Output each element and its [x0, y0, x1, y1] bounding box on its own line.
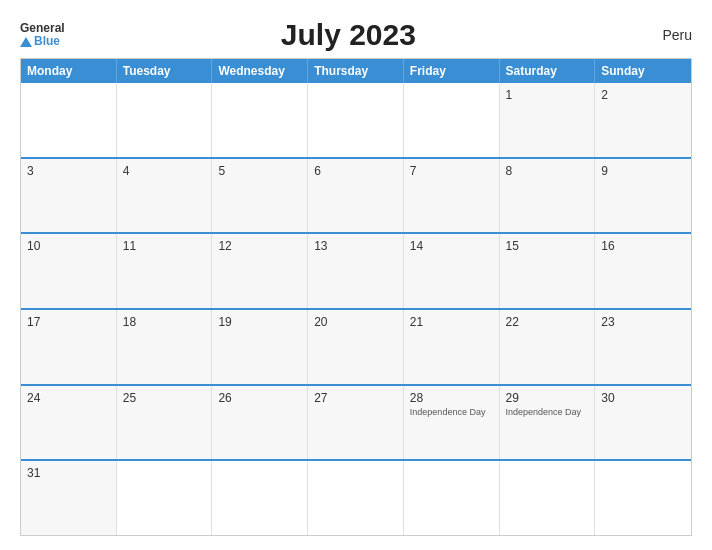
- cell-empty-1: [21, 83, 117, 157]
- cell-empty-r6-3: [212, 461, 308, 535]
- cell-july-31: 31: [21, 461, 117, 535]
- calendar-row-4: 17 18 19 20 21 22 23: [21, 308, 691, 384]
- event-july-28: Independence Day: [410, 407, 493, 418]
- cell-july-21: 21: [404, 310, 500, 384]
- cell-july-15: 15: [500, 234, 596, 308]
- calendar-page: General Blue July 2023 Peru Monday Tuesd…: [0, 0, 712, 550]
- event-july-29: Independence Day: [506, 407, 589, 418]
- calendar-row-2: 3 4 5 6 7 8 9: [21, 157, 691, 233]
- cell-july-10: 10: [21, 234, 117, 308]
- cell-empty-r6-5: [404, 461, 500, 535]
- cell-empty-2: [117, 83, 213, 157]
- logo-blue-text: Blue: [34, 35, 60, 48]
- cell-july-18: 18: [117, 310, 213, 384]
- cell-july-26: 26: [212, 386, 308, 460]
- cell-july-6: 6: [308, 159, 404, 233]
- cell-july-2: 2: [595, 83, 691, 157]
- header-sunday: Sunday: [595, 59, 691, 83]
- cell-july-16: 16: [595, 234, 691, 308]
- cell-july-27: 27: [308, 386, 404, 460]
- cell-july-22: 22: [500, 310, 596, 384]
- cell-empty-r6-7: [595, 461, 691, 535]
- cell-empty-5: [404, 83, 500, 157]
- header-monday: Monday: [21, 59, 117, 83]
- cell-july-13: 13: [308, 234, 404, 308]
- page-header: General Blue July 2023 Peru: [20, 18, 692, 52]
- cell-july-5: 5: [212, 159, 308, 233]
- logo-triangle-icon: [20, 37, 32, 47]
- cell-july-28: 28 Independence Day: [404, 386, 500, 460]
- cell-july-9: 9: [595, 159, 691, 233]
- cell-july-8: 8: [500, 159, 596, 233]
- cell-july-30: 30: [595, 386, 691, 460]
- cell-july-1: 1: [500, 83, 596, 157]
- header-thursday: Thursday: [308, 59, 404, 83]
- page-title: July 2023: [65, 18, 632, 52]
- cell-july-12: 12: [212, 234, 308, 308]
- cell-july-3: 3: [21, 159, 117, 233]
- cell-july-24: 24: [21, 386, 117, 460]
- cell-july-20: 20: [308, 310, 404, 384]
- cell-empty-r6-4: [308, 461, 404, 535]
- cell-july-23: 23: [595, 310, 691, 384]
- cell-july-7: 7: [404, 159, 500, 233]
- cell-empty-r6-6: [500, 461, 596, 535]
- cell-empty-r6-2: [117, 461, 213, 535]
- cell-july-14: 14: [404, 234, 500, 308]
- header-wednesday: Wednesday: [212, 59, 308, 83]
- calendar-row-1: 1 2: [21, 83, 691, 157]
- header-friday: Friday: [404, 59, 500, 83]
- cell-july-4: 4: [117, 159, 213, 233]
- calendar-row-3: 10 11 12 13 14 15 16: [21, 232, 691, 308]
- calendar-body: 1 2 3 4 5 6 7 8 9 10 11 12 13 14 15 16: [21, 83, 691, 535]
- cell-july-19: 19: [212, 310, 308, 384]
- calendar-header: Monday Tuesday Wednesday Thursday Friday…: [21, 59, 691, 83]
- country-label: Peru: [632, 27, 692, 43]
- calendar: Monday Tuesday Wednesday Thursday Friday…: [20, 58, 692, 536]
- cell-july-25: 25: [117, 386, 213, 460]
- cell-july-17: 17: [21, 310, 117, 384]
- calendar-row-5: 24 25 26 27 28 Independence Day 29 Indep…: [21, 384, 691, 460]
- cell-empty-3: [212, 83, 308, 157]
- cell-july-29: 29 Independence Day: [500, 386, 596, 460]
- header-tuesday: Tuesday: [117, 59, 213, 83]
- cell-july-11: 11: [117, 234, 213, 308]
- cell-empty-4: [308, 83, 404, 157]
- header-saturday: Saturday: [500, 59, 596, 83]
- logo: General Blue: [20, 22, 65, 48]
- calendar-row-6: 31: [21, 459, 691, 535]
